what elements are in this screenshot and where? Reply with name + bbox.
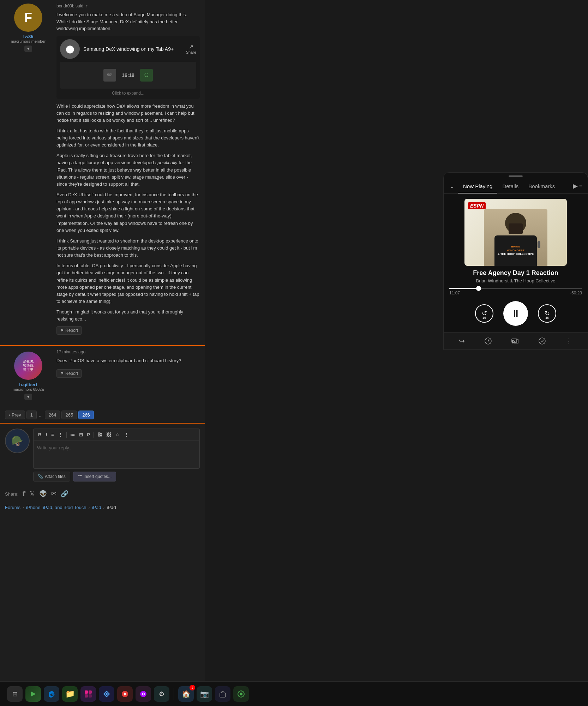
- bold-button[interactable]: B: [36, 431, 43, 438]
- taskbar: ⊞ 📁 ⚙ 🏠 2 📷: [0, 681, 588, 706]
- quotes-icon: ❝❞: [78, 474, 82, 479]
- more-format-button[interactable]: ⋮: [56, 431, 65, 438]
- twitter-share-icon[interactable]: 𝕏: [30, 490, 35, 498]
- taskbar-app6-icon[interactable]: [99, 686, 114, 702]
- taskbar-app13-icon[interactable]: [233, 686, 249, 702]
- more-button[interactable]: ⋮: [122, 431, 131, 438]
- editor-main: B I ≡ ⋮ ≔ ⊟ P ⛓ 🖼 ☺ ⋮ Write your reply..…: [33, 429, 200, 481]
- emoji-button[interactable]: ☺: [113, 431, 121, 438]
- np-collapse-icon[interactable]: ⌄: [449, 182, 455, 193]
- username-1: fw85: [0, 34, 56, 39]
- user-chevron-2[interactable]: ▾: [24, 394, 32, 400]
- post-text-2: Does iPadOS have a system clipboard and …: [56, 357, 200, 364]
- video-embed: ⬤ Samsung DeX windowing on my Tab A9+ ↗ …: [56, 36, 200, 99]
- user-chevron-1[interactable]: ▾: [24, 46, 32, 52]
- current-time: 11:07: [449, 291, 460, 295]
- username-2: h.gilbert: [0, 382, 56, 387]
- skip-forward-button[interactable]: ↻ 45: [538, 304, 556, 323]
- taskbar-store-icon[interactable]: [215, 686, 230, 702]
- page-265-button[interactable]: 265: [61, 411, 77, 419]
- facebook-share-icon[interactable]: 𝕗: [23, 490, 25, 498]
- page-264-button[interactable]: 264: [45, 411, 60, 419]
- insert-quotes-button[interactable]: ❝❞ Insert quotes...: [73, 472, 116, 481]
- email-share-icon[interactable]: ✉: [51, 490, 56, 498]
- svg-rect-8: [89, 694, 92, 698]
- share-button[interactable]: ↗ Share: [186, 43, 196, 54]
- taskbar-settings-icon[interactable]: ⚙: [154, 686, 169, 702]
- italic-button[interactable]: I: [44, 431, 49, 438]
- drag-handle[interactable]: [509, 175, 523, 177]
- link-button[interactable]: ⛓: [96, 431, 104, 438]
- align-button[interactable]: ≡: [49, 431, 56, 438]
- taskbar-files-icon[interactable]: 📁: [62, 686, 78, 702]
- list-button[interactable]: ≔: [68, 431, 77, 438]
- breadcrumb-forums[interactable]: Forums: [5, 505, 20, 510]
- breadcrumb-current: iPad: [107, 505, 116, 510]
- svg-point-13: [143, 693, 144, 695]
- paperclip-icon: 📎: [38, 474, 43, 479]
- paragraph-button[interactable]: P: [85, 431, 92, 438]
- np-bottom-bar: ↪ ⋮: [444, 332, 588, 349]
- taskbar-app5-icon[interactable]: [80, 686, 96, 702]
- taskbar-edge-icon[interactable]: [44, 686, 59, 702]
- skip-back-button[interactable]: ↺ 15: [475, 304, 493, 323]
- svg-point-3: [539, 338, 545, 344]
- host-body: BRIANWINDHORST& THE HOOP COLLECTIVE: [494, 235, 537, 266]
- prev-page-button[interactable]: ‹ Prev: [5, 411, 25, 419]
- post-1: F fw85 macrumors member ▾ bondr00b said:…: [0, 0, 205, 345]
- taskbar-grid-icon[interactable]: ⊞: [7, 686, 23, 702]
- breadcrumb-sep-2: ›: [88, 505, 90, 510]
- tab-details[interactable]: Details: [497, 181, 523, 193]
- host-head: [505, 213, 526, 233]
- time-row: 11:07 -50:23: [444, 291, 588, 295]
- taskbar-playstore-icon[interactable]: [25, 686, 41, 702]
- taskbar-media-icon[interactable]: [117, 686, 133, 702]
- attach-files-button[interactable]: 📎 Attach files: [33, 472, 70, 481]
- cast-icon[interactable]: [511, 337, 519, 345]
- share-label: Share:: [5, 491, 18, 497]
- checkmark-icon[interactable]: [538, 337, 546, 345]
- image-button[interactable]: 🖼: [104, 431, 113, 438]
- editor-body[interactable]: Write your reply...: [33, 441, 200, 469]
- host-image: BRIANWINDHORST& THE HOOP COLLECTIVE: [484, 209, 547, 266]
- align2-button[interactable]: ⊟: [77, 431, 85, 438]
- reddit-share-icon[interactable]: 👽: [39, 490, 47, 498]
- click-expand[interactable]: Click to expand...: [60, 91, 196, 96]
- svg-point-16: [240, 693, 242, 695]
- microphone: [538, 241, 540, 248]
- tab-now-playing[interactable]: Now Playing: [458, 181, 497, 193]
- tab-bookmarks[interactable]: Bookmarks: [523, 181, 560, 193]
- editor-avatar: 🪖: [5, 429, 30, 453]
- speed-icon[interactable]: [484, 337, 492, 345]
- more-options-icon[interactable]: ⋮: [565, 337, 572, 345]
- taskbar-camera-icon[interactable]: 📷: [197, 686, 212, 702]
- playlist-button[interactable]: ▶ ≡: [573, 182, 582, 193]
- remaining-time: -50:23: [570, 291, 582, 295]
- user-column-1: F fw85 macrumors member ▾: [0, 0, 56, 52]
- podcast-artwork: ESPN BRIANWINDHORST& THE HOOP COLLECTIVE: [464, 199, 567, 266]
- progress-track: [449, 288, 582, 289]
- taskbar-music-icon[interactable]: [136, 686, 151, 702]
- page-1-button[interactable]: 1: [26, 411, 37, 419]
- editor-toolbar: B I ≡ ⋮ ≔ ⊟ P ⛓ 🖼 ☺ ⋮: [33, 429, 200, 441]
- page-266-button[interactable]: 266: [78, 411, 94, 419]
- post-intro: I welcome you to make me a video of Stag…: [56, 11, 200, 32]
- post-time: 17 minutes ago: [56, 349, 200, 354]
- progress-thumb[interactable]: [476, 286, 481, 291]
- link-share-icon[interactable]: 🔗: [61, 490, 68, 498]
- report-button-1[interactable]: Report: [56, 326, 82, 335]
- pause-button[interactable]: ⏸: [503, 301, 528, 326]
- breadcrumb-iphone-ipad[interactable]: iPhone, iPad, and iPod Touch: [26, 505, 86, 510]
- progress-bar[interactable]: [449, 288, 582, 289]
- report-button-2[interactable]: Report: [56, 369, 82, 378]
- breadcrumb-ipad[interactable]: iPad: [92, 505, 101, 510]
- post-content-2: 17 minutes ago Does iPadOS have a system…: [56, 349, 205, 400]
- taskbar-home-icon[interactable]: 🏠 2: [178, 686, 194, 702]
- breadcrumb-sep-3: ›: [103, 505, 104, 510]
- svg-rect-14: [220, 693, 226, 697]
- editor-placeholder: Write your reply...: [37, 445, 73, 450]
- post-body: While I could appreciate how DeX allows …: [56, 103, 200, 323]
- reply-icon[interactable]: ↪: [459, 337, 465, 345]
- skip-back-seconds: 15: [482, 316, 486, 319]
- video-screenshot[interactable]: 96° 16:19 G: [60, 62, 196, 89]
